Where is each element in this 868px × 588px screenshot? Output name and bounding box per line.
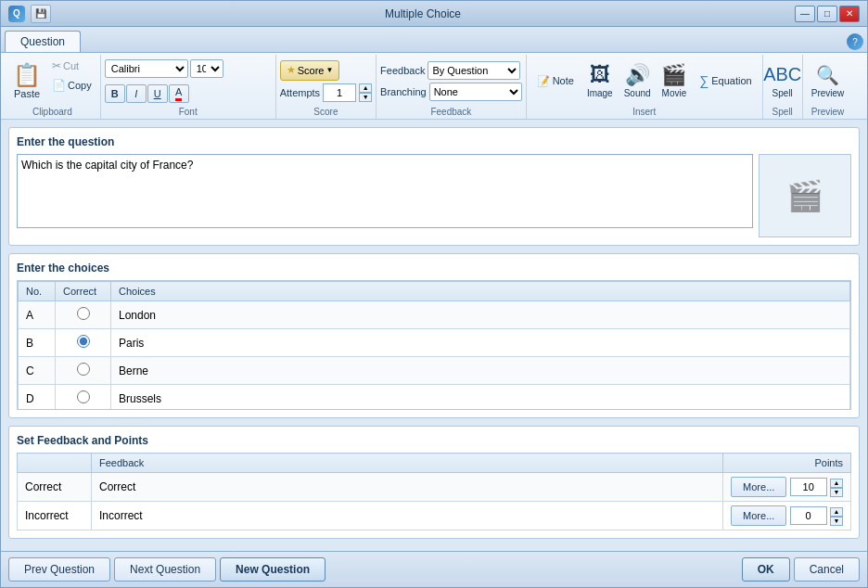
feedback-row-incorrect: Incorrect More... ▲ ▼ bbox=[18, 502, 851, 530]
spell-button[interactable]: ABC Spell bbox=[767, 57, 798, 105]
close-button[interactable]: ✕ bbox=[839, 6, 860, 22]
italic-button[interactable]: I bbox=[126, 84, 147, 103]
attempts-down[interactable]: ▼ bbox=[359, 93, 372, 102]
ribbon: 📋 Paste ✂ Cut 📄 Copy Clipboard bbox=[1, 53, 867, 120]
attempts-up[interactable]: ▲ bbox=[359, 83, 372, 93]
feedback-text-incorrect bbox=[92, 502, 723, 530]
movie-button[interactable]: 🎬 Movie bbox=[657, 57, 692, 105]
preview-group: 🔍 Preview Preview bbox=[803, 55, 853, 119]
choice-radio-d[interactable] bbox=[77, 390, 90, 403]
image-button[interactable]: 🖼 Image bbox=[582, 57, 618, 105]
spell-icon: ABC bbox=[772, 64, 794, 86]
image-label: Image bbox=[587, 88, 613, 98]
branching-select[interactable]: None By Question By Choice bbox=[429, 83, 522, 101]
ok-button[interactable]: OK bbox=[742, 557, 790, 582]
title-bar-left: Q 💾 bbox=[8, 5, 51, 23]
preview-group-label: Preview bbox=[807, 107, 849, 117]
attempts-input[interactable] bbox=[323, 83, 356, 102]
insert-group: 📝 Note 🖼 Image 🔊 Sound 🎬 Movie ∑ E bbox=[527, 55, 763, 119]
new-question-button[interactable]: New Question bbox=[220, 557, 326, 582]
feedback-row-correct: Correct More... ▲ ▼ bbox=[18, 473, 851, 502]
more-button-correct[interactable]: More... bbox=[731, 477, 786, 497]
clipboard-label: Clipboard bbox=[8, 107, 96, 117]
save-button[interactable]: 💾 bbox=[31, 5, 51, 23]
title-bar: Q 💾 Multiple Choice — □ ✕ bbox=[1, 1, 867, 27]
equation-icon: ∑ bbox=[699, 73, 708, 88]
points-down-correct[interactable]: ▼ bbox=[830, 488, 843, 497]
points-spinner-correct: ▲ ▼ bbox=[830, 479, 843, 497]
copy-button[interactable]: 📄 Copy bbox=[47, 76, 96, 95]
choice-input-c[interactable] bbox=[119, 364, 842, 377]
app-icon: Q bbox=[8, 6, 25, 22]
feedback-input-incorrect[interactable] bbox=[99, 509, 715, 522]
font-size-select[interactable]: 10 12 14 18 bbox=[190, 59, 223, 78]
next-question-button[interactable]: Next Question bbox=[114, 557, 216, 582]
question-textarea[interactable]: Which is the capital city of France? bbox=[17, 154, 753, 228]
clipboard-group: 📋 Paste ✂ Cut 📄 Copy Clipboard bbox=[5, 55, 101, 119]
feedback-type-incorrect: Incorrect bbox=[18, 502, 92, 530]
prev-question-button[interactable]: Prev Question bbox=[8, 557, 110, 582]
attempts-spinner: ▲ ▼ bbox=[359, 83, 372, 102]
attempts-label: Attempts bbox=[280, 87, 320, 98]
spell-label: Spell bbox=[772, 88, 793, 98]
feedback-input-correct[interactable] bbox=[99, 480, 715, 493]
feedback-section-title: Set Feedback and Points bbox=[17, 434, 851, 447]
spell-group-label: Spell bbox=[767, 107, 798, 117]
choice-input-a[interactable] bbox=[119, 309, 842, 322]
help-button[interactable]: ? bbox=[847, 33, 863, 50]
table-row: A bbox=[19, 301, 850, 329]
maximize-button[interactable]: □ bbox=[817, 6, 837, 22]
feedback-type-correct: Correct bbox=[18, 473, 92, 502]
paste-button[interactable]: 📋 Paste bbox=[8, 57, 45, 105]
score-group-label: Score bbox=[280, 107, 372, 117]
feedback-select[interactable]: By Question By Choice Combined bbox=[428, 61, 520, 80]
points-up-correct[interactable]: ▲ bbox=[830, 479, 843, 488]
choice-radio-c[interactable] bbox=[77, 363, 90, 376]
underline-button[interactable]: U bbox=[147, 84, 168, 103]
sound-label: Sound bbox=[624, 88, 651, 98]
cut-copy-btns: ✂ Cut 📄 Copy bbox=[47, 57, 96, 95]
points-up-incorrect[interactable]: ▲ bbox=[830, 507, 843, 517]
choice-text-b-cell bbox=[111, 329, 850, 357]
choice-input-d[interactable] bbox=[119, 392, 842, 405]
cut-button[interactable]: ✂ Cut bbox=[47, 57, 96, 75]
score-button[interactable]: ★ Score ▼ bbox=[280, 60, 340, 81]
minimize-button[interactable]: — bbox=[795, 6, 815, 22]
points-down-incorrect[interactable]: ▼ bbox=[830, 517, 843, 526]
tab-question[interactable]: Question bbox=[5, 31, 81, 52]
bold-button[interactable]: B bbox=[105, 84, 125, 103]
font-select[interactable]: Calibri Arial Times New Roman bbox=[105, 59, 188, 78]
insert-group-label: Insert bbox=[530, 107, 759, 117]
preview-button[interactable]: 🔍 Preview bbox=[807, 57, 849, 105]
choice-correct-d bbox=[56, 385, 111, 411]
font-color-button[interactable]: A bbox=[169, 84, 189, 103]
note-button[interactable]: 📝 Note bbox=[530, 70, 581, 91]
question-text-col: Which is the capital city of France? bbox=[17, 154, 753, 237]
choices-scroll-area[interactable]: No. Correct Choices A bbox=[17, 280, 851, 410]
choice-id-b: B bbox=[19, 329, 56, 357]
question-section-title: Enter the question bbox=[17, 135, 851, 148]
score-dropdown-icon: ▼ bbox=[326, 66, 333, 74]
choice-input-b[interactable] bbox=[119, 337, 842, 350]
points-input-correct[interactable] bbox=[790, 478, 827, 496]
choices-section-title: Enter the choices bbox=[17, 262, 851, 275]
choice-radio-b[interactable] bbox=[77, 335, 90, 348]
choice-radio-a[interactable] bbox=[77, 307, 90, 320]
more-button-incorrect[interactable]: More... bbox=[731, 505, 786, 526]
choice-correct-c bbox=[56, 357, 111, 385]
choice-id-d: D bbox=[19, 385, 56, 411]
sound-button[interactable]: 🔊 Sound bbox=[619, 57, 656, 105]
table-row: C bbox=[19, 357, 850, 385]
media-placeholder: 🎬 bbox=[759, 154, 851, 237]
tab-question-label: Question bbox=[20, 35, 65, 48]
font-color-icon: A bbox=[175, 86, 182, 101]
footer: Prev Question Next Question New Question… bbox=[1, 551, 867, 587]
preview-label: Preview bbox=[811, 88, 845, 98]
cancel-button[interactable]: Cancel bbox=[794, 557, 860, 582]
points-spinner-incorrect: ▲ ▼ bbox=[830, 507, 843, 526]
window-controls: — □ ✕ bbox=[795, 6, 860, 22]
equation-button[interactable]: ∑ Equation bbox=[693, 70, 758, 91]
points-input-incorrect[interactable] bbox=[790, 506, 827, 525]
feedback-group: Feedback By Question By Choice Combined … bbox=[377, 55, 527, 119]
choice-text-c-cell bbox=[111, 357, 850, 385]
